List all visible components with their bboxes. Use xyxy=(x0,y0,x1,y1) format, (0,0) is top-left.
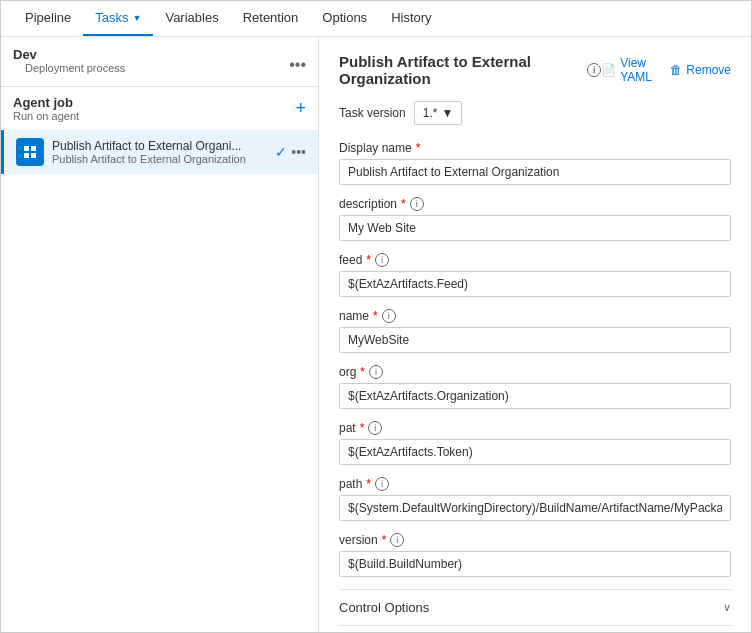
control-options-chevron: ∨ xyxy=(723,601,731,614)
svg-rect-0 xyxy=(24,146,29,151)
nav-pipeline[interactable]: Pipeline xyxy=(13,1,83,36)
agent-job-info: Agent job Run on agent xyxy=(13,95,79,122)
remove-icon: 🗑 xyxy=(670,63,682,77)
output-variables-section[interactable]: Output Variables ∨ xyxy=(339,625,731,632)
name-group: name * i xyxy=(339,309,731,353)
pat-required: * xyxy=(360,421,365,435)
org-required: * xyxy=(360,365,365,379)
add-task-button[interactable]: + xyxy=(295,98,306,119)
pat-label: pat * i xyxy=(339,421,731,435)
task-icon xyxy=(16,138,44,166)
org-input[interactable] xyxy=(339,383,731,409)
left-panel: Dev Deployment process ••• Agent job Run… xyxy=(1,37,319,632)
org-info-icon[interactable]: i xyxy=(369,365,383,379)
feed-group: feed * i xyxy=(339,253,731,297)
task-version-label: Task version xyxy=(339,106,406,120)
yaml-icon: 📄 xyxy=(601,63,616,77)
top-nav: Pipeline Tasks ▼ Variables Retention Opt… xyxy=(1,1,751,37)
svg-rect-1 xyxy=(31,146,36,151)
checkmark-icon: ✓ xyxy=(275,144,287,160)
description-required: * xyxy=(401,197,406,211)
pat-group: pat * i xyxy=(339,421,731,465)
title-info-icon[interactable]: i xyxy=(587,63,601,77)
description-input[interactable] xyxy=(339,215,731,241)
environment-subtitle: Deployment process xyxy=(13,62,137,82)
svg-rect-2 xyxy=(24,153,29,158)
nav-options[interactable]: Options xyxy=(310,1,379,36)
version-required: * xyxy=(382,533,387,547)
environment-info: Dev Deployment process xyxy=(13,47,137,82)
version-dropdown-arrow: ▼ xyxy=(441,106,453,120)
tasks-dropdown-arrow: ▼ xyxy=(133,13,142,23)
nav-variables[interactable]: Variables xyxy=(153,1,230,36)
nav-history[interactable]: History xyxy=(379,1,443,36)
pat-info-icon[interactable]: i xyxy=(368,421,382,435)
display-name-required: * xyxy=(416,141,421,155)
task-status: ✓ ••• xyxy=(275,144,306,160)
task-version-row: Task version 1.* ▼ xyxy=(339,101,731,125)
org-group: org * i xyxy=(339,365,731,409)
task-menu-button[interactable]: ••• xyxy=(291,144,306,160)
feed-info-icon[interactable]: i xyxy=(375,253,389,267)
task-item[interactable]: Publish Artifact to External Organi... P… xyxy=(1,130,318,174)
task-version-select[interactable]: 1.* ▼ xyxy=(414,101,463,125)
display-name-input[interactable] xyxy=(339,159,731,185)
pat-input[interactable] xyxy=(339,439,731,465)
path-input[interactable] xyxy=(339,495,731,521)
description-label: description * i xyxy=(339,197,731,211)
name-label: name * i xyxy=(339,309,731,323)
path-group: path * i xyxy=(339,477,731,521)
control-options-label: Control Options xyxy=(339,600,429,615)
feed-required: * xyxy=(366,253,371,267)
environment-title: Dev xyxy=(13,47,137,62)
version-info-icon[interactable]: i xyxy=(390,533,404,547)
task-subtitle: Publish Artifact to External Organizatio… xyxy=(52,153,267,165)
version-input[interactable] xyxy=(339,551,731,577)
name-info-icon[interactable]: i xyxy=(382,309,396,323)
right-panel: Publish Artifact to External Organizatio… xyxy=(319,37,751,632)
description-info-icon[interactable]: i xyxy=(410,197,424,211)
svg-rect-3 xyxy=(31,153,36,158)
panel-title: Publish Artifact to External Organizatio… xyxy=(339,53,601,87)
agent-job-row: Agent job Run on agent + xyxy=(1,86,318,130)
panel-actions: 📄 View YAML 🗑 Remove xyxy=(601,56,731,84)
description-group: description * i xyxy=(339,197,731,241)
name-required: * xyxy=(373,309,378,323)
nav-retention[interactable]: Retention xyxy=(231,1,311,36)
display-name-label: Display name * xyxy=(339,141,731,155)
task-info: Publish Artifact to External Organi... P… xyxy=(52,139,267,165)
environment-menu-button[interactable]: ••• xyxy=(289,56,306,74)
path-label: path * i xyxy=(339,477,731,491)
feed-input[interactable] xyxy=(339,271,731,297)
name-input[interactable] xyxy=(339,327,731,353)
view-yaml-link[interactable]: 📄 View YAML xyxy=(601,56,658,84)
display-name-group: Display name * xyxy=(339,141,731,185)
feed-label: feed * i xyxy=(339,253,731,267)
control-options-section[interactable]: Control Options ∨ xyxy=(339,589,731,625)
version-group: version * i xyxy=(339,533,731,577)
agent-job-title: Agent job xyxy=(13,95,79,110)
nav-tasks[interactable]: Tasks ▼ xyxy=(83,1,153,36)
version-label: version * i xyxy=(339,533,731,547)
path-info-icon[interactable]: i xyxy=(375,477,389,491)
path-required: * xyxy=(366,477,371,491)
environment-header: Dev Deployment process ••• xyxy=(1,37,318,86)
main-content: Dev Deployment process ••• Agent job Run… xyxy=(1,37,751,632)
task-title: Publish Artifact to External Organi... xyxy=(52,139,267,153)
remove-link[interactable]: 🗑 Remove xyxy=(670,63,731,77)
org-label: org * i xyxy=(339,365,731,379)
agent-job-subtitle: Run on agent xyxy=(13,110,79,122)
panel-title-row: Publish Artifact to External Organizatio… xyxy=(339,53,731,87)
